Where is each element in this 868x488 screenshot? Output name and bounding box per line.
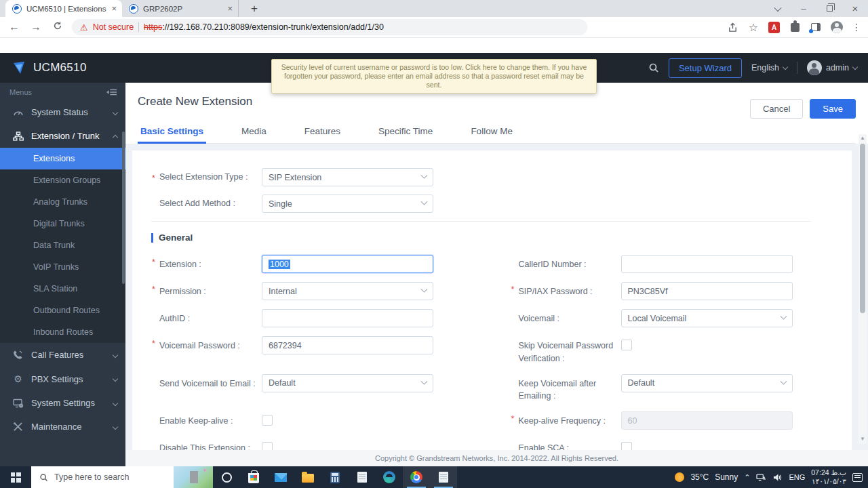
voicemail-password-input[interactable]: 6872394 — [262, 336, 433, 354]
close-button[interactable]: × — [842, 0, 868, 17]
sticky-notes-icon[interactable] — [430, 466, 457, 488]
extension-type-select[interactable]: SIP Extension — [262, 168, 433, 186]
language-indicator[interactable]: ENG — [789, 473, 805, 481]
save-button[interactable]: Save — [810, 99, 856, 119]
store-icon[interactable] — [240, 466, 267, 488]
browser-menu-icon[interactable]: ⋮ — [852, 22, 861, 33]
keep-vm-after-email-select[interactable]: Default — [621, 374, 793, 392]
page-top-gap — [0, 38, 868, 53]
extension-input[interactable]: 1000 — [262, 255, 433, 273]
sidebar-item-sla-station[interactable]: SLA Station — [0, 278, 125, 300]
sip-iax-password-input[interactable]: PN3C85Vf — [621, 282, 793, 300]
sidebar-item-maintenance[interactable]: Maintenance — [0, 415, 125, 439]
notification-center-icon[interactable] — [852, 473, 863, 482]
general-form-grid: Extension : 1000 CallerID Number : Permi… — [151, 255, 831, 450]
browser-tab-inactive[interactable]: GRP2602P × — [122, 0, 239, 17]
sidebar-item-call-features[interactable]: Call Features — [0, 343, 125, 367]
chevron-down-icon — [780, 378, 787, 384]
sidebar-item-digital-trunks[interactable]: Digital Trunks — [0, 213, 125, 235]
form-tabs: Basic Settings Media Features Specific T… — [138, 120, 856, 144]
chrome-icon[interactable] — [403, 466, 430, 488]
side-panel-icon[interactable] — [810, 21, 822, 33]
back-icon[interactable]: ← — [7, 21, 22, 33]
sidebar-item-analog-trunks[interactable]: Analog Trunks — [0, 191, 125, 213]
disable-extension-checkbox[interactable] — [262, 442, 273, 450]
enable-sca-label: Enable SCA : — [511, 439, 621, 450]
network-icon[interactable] — [756, 473, 766, 482]
weather-desc[interactable]: Sunny — [715, 472, 738, 482]
collapse-menu-icon[interactable] — [106, 88, 117, 96]
sidebar-item-extension-groups[interactable]: Extension Groups — [0, 169, 125, 191]
sidebar-item-system-status[interactable]: System Status — [0, 100, 125, 124]
sidebar-item-extensions[interactable]: Extensions — [0, 148, 125, 169]
tab-follow-me[interactable]: Follow Me — [468, 120, 515, 143]
address-bar[interactable]: ⚠ Not secure https://192.168.70.210:8089… — [72, 19, 587, 35]
cancel-button[interactable]: Cancel — [750, 99, 803, 119]
sidebar-item-system-settings[interactable]: System Settings — [0, 391, 125, 415]
weather-temp[interactable]: 35°C — [690, 472, 709, 482]
new-tab-button[interactable]: + — [245, 2, 263, 17]
security-banner[interactable]: Security level of current username or pa… — [271, 59, 597, 94]
page-scrollbar[interactable]: ▲ ▼ — [859, 134, 867, 443]
authid-input[interactable] — [262, 309, 433, 327]
language-selector[interactable]: English — [751, 63, 787, 73]
main-content: Create New Extension Cancel Save Basic S… — [125, 83, 868, 466]
tab-close-icon[interactable]: × — [227, 3, 233, 14]
extension-type-label: Select Extension Type : — [151, 171, 262, 184]
taskbar-search-input[interactable]: Type here to search — [31, 466, 213, 488]
chevron-down-icon — [421, 172, 428, 179]
browser-tab-active[interactable]: UCM6510 | Extensions × — [5, 0, 122, 17]
tab-close-icon[interactable]: × — [111, 3, 117, 14]
pdf-extension-icon[interactable]: A — [768, 22, 780, 33]
sidebar-item-outbound-routes[interactable]: Outbound Routes — [0, 300, 125, 321]
sidebar-item-data-trunk[interactable]: Data Trunk — [0, 235, 125, 256]
maximize-button[interactable] — [816, 0, 842, 17]
search-icon[interactable] — [648, 62, 659, 73]
sidebar-menus-row: Menus — [0, 83, 125, 100]
setup-wizard-button[interactable]: Setup Wizard — [669, 58, 742, 78]
sidebar-item-voip-trunks[interactable]: VoIP Trunks — [0, 256, 125, 278]
tab-features[interactable]: Features — [302, 120, 343, 143]
chevron-down-icon — [780, 313, 787, 320]
clock[interactable]: 07:24 ب.ظ ۱۴۰۱/۰۵/۰۳ — [811, 468, 846, 486]
authid-label: AuthID : — [151, 309, 262, 325]
tab-search-icon[interactable] — [765, 0, 791, 17]
skip-vm-password-checkbox[interactable] — [621, 340, 632, 350]
enable-sca-checkbox[interactable] — [621, 442, 632, 450]
file-explorer-icon[interactable] — [294, 466, 321, 488]
extensions-puzzle-icon[interactable] — [789, 21, 801, 33]
weather-sun-icon[interactable] — [675, 472, 684, 482]
minimize-button[interactable]: – — [791, 0, 816, 17]
volume-icon[interactable] — [772, 473, 783, 482]
cortana-icon[interactable] — [213, 466, 240, 488]
bookmark-star-icon[interactable]: ☆ — [747, 21, 760, 33]
forward-icon[interactable]: → — [28, 21, 43, 33]
send-vm-email-select[interactable]: Default — [262, 374, 433, 392]
add-method-select[interactable]: Single — [262, 195, 433, 213]
profile-avatar-icon[interactable] — [831, 21, 843, 33]
tray-expand-icon[interactable]: ⌃ — [744, 473, 750, 482]
edge-icon[interactable] — [376, 466, 403, 488]
sidebar-item-pbx-settings[interactable]: ⚙ PBX Settings — [0, 367, 125, 391]
grandstream-logo-icon — [11, 60, 27, 76]
notepad-icon[interactable] — [349, 466, 376, 488]
voicemail-select[interactable]: Local Voicemail — [621, 309, 793, 327]
tab-specific-time[interactable]: Specific Time — [376, 120, 435, 143]
calculator-icon[interactable] — [321, 466, 349, 488]
callerid-number-input[interactable] — [621, 255, 793, 273]
voicemail-password-label: Voicemail Password : — [151, 336, 262, 352]
tab-title: UCM6510 | Extensions — [26, 5, 106, 13]
reload-icon[interactable] — [50, 21, 65, 33]
sidebar-scrollbar[interactable] — [122, 131, 125, 284]
mail-icon[interactable] — [267, 466, 294, 488]
tab-basic-settings[interactable]: Basic Settings — [138, 120, 206, 143]
sidebar-item-extension-trunk[interactable]: Extension / Trunk — [0, 124, 125, 148]
chevron-down-icon — [113, 109, 118, 115]
permission-select[interactable]: Internal — [262, 282, 433, 300]
user-menu[interactable]: admin — [807, 60, 857, 75]
tab-media[interactable]: Media — [239, 120, 269, 143]
start-button[interactable] — [0, 466, 31, 488]
enable-keepalive-checkbox[interactable] — [262, 415, 273, 426]
share-icon[interactable] — [726, 21, 738, 33]
sidebar-item-inbound-routes[interactable]: Inbound Routes — [0, 321, 125, 343]
